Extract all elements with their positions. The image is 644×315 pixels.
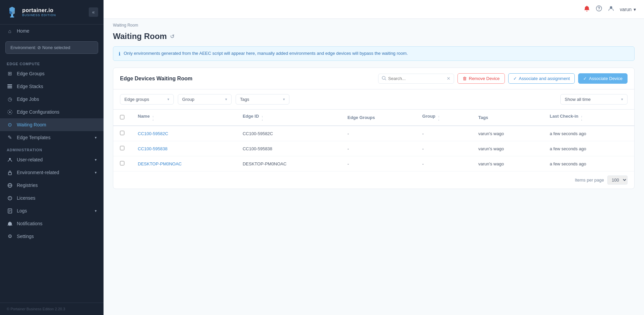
licenses-icon — [7, 195, 13, 201]
table-footer: Items per page 102550100 — [113, 171, 634, 189]
sidebar-item-edge-groups[interactable]: ⊞ Edge Groups — [0, 67, 104, 80]
cell-edge-id-0: CC100-59582C — [236, 126, 341, 141]
sidebar-item-edge-stacks[interactable]: Edge Stacks — [0, 80, 104, 93]
edge-groups-filter[interactable]: Edge groups ▾ — [120, 94, 174, 105]
svg-point-14 — [9, 199, 10, 199]
sidebar-footer: © Portainer Business Edition 2.20.3 — [0, 303, 104, 315]
svg-point-7 — [9, 158, 11, 160]
logs-label: Logs — [17, 208, 91, 213]
cell-last-checkin-2: a few seconds ago — [543, 156, 635, 171]
sidebar-item-user-related[interactable]: User-related ▾ — [0, 153, 104, 166]
sidebar-item-edge-jobs[interactable]: ◷ Edge Jobs — [0, 93, 104, 106]
username: varun — [620, 7, 632, 12]
user-related-label: User-related — [17, 157, 91, 162]
sidebar-item-environment-related[interactable]: Environment-related ▾ — [0, 166, 104, 179]
edge-templates-label: Edge Templates — [17, 135, 91, 140]
cell-group-2: - — [415, 156, 472, 171]
settings-label: Settings — [17, 234, 97, 239]
info-icon: ℹ — [119, 51, 120, 56]
cell-edge-groups-2: - — [341, 156, 415, 171]
trash-icon: 🗑 — [462, 76, 467, 81]
row-checkbox-1[interactable] — [120, 146, 124, 150]
time-filter[interactable]: Show all time ▾ — [560, 94, 628, 105]
cell-name-1[interactable]: CC100-595838 — [131, 141, 236, 156]
group-filter[interactable]: Group ▾ — [178, 94, 232, 105]
svg-point-21 — [610, 6, 612, 9]
col-edge-groups: Edge Groups — [341, 110, 415, 126]
env-selector-label: Environment: ⊘ None selected — [10, 45, 70, 50]
sidebar-item-settings[interactable]: ⚙ Settings — [0, 230, 104, 243]
row-checkbox-2[interactable] — [120, 161, 124, 165]
svg-rect-2 — [10, 16, 14, 17]
filters-row: Edge groups ▾ Group ▾ Tags ▾ Show all ti… — [113, 89, 634, 110]
sidebar-collapse-button[interactable]: « — [89, 7, 98, 17]
table-row: DESKTOP-PM0NOAC DESKTOP-PM0NOAC - - varu… — [113, 156, 634, 171]
items-per-page-selector[interactable]: 102550100 — [607, 175, 628, 185]
version-label: © Portainer Business Edition 2.20.3 — [7, 307, 65, 311]
search-clear-icon[interactable]: ✕ — [447, 76, 450, 81]
cell-name-0[interactable]: CC100-59582C — [131, 126, 236, 141]
user-menu[interactable]: varun ▾ — [620, 7, 636, 12]
edge-jobs-label: Edge Jobs — [17, 96, 97, 102]
env-selector[interactable]: Environment: ⊘ None selected — [5, 41, 98, 54]
refresh-icon[interactable]: ↺ — [170, 33, 174, 40]
check-circle-icon: ✓ — [513, 76, 517, 81]
remove-device-button[interactable]: 🗑 Remove Device — [457, 73, 505, 84]
search-box: ✕ — [378, 74, 454, 84]
toolbar-actions: ✕ 🗑 Remove Device ✓ Associate and assign… — [378, 73, 628, 84]
page-title: Waiting Room — [113, 32, 167, 41]
card-toolbar: Edge Devices Waiting Room ✕ 🗑 Remove Dev… — [113, 68, 634, 89]
sidebar-item-edge-templates[interactable]: ✎ Edge Templates ▾ — [0, 131, 104, 144]
user-icon-topbar — [608, 5, 614, 13]
cell-name-2[interactable]: DESKTOP-PM0NOAC — [131, 156, 236, 171]
edge-jobs-icon: ◷ — [7, 96, 13, 102]
help-button[interactable] — [596, 5, 602, 13]
home-icon: ⌂ — [7, 28, 13, 34]
sidebar: portainer.io BUSINESS EDITION « ⌂ Home E… — [0, 0, 104, 315]
waiting-room-label: Waiting Room — [17, 122, 97, 127]
info-text: Only environments generated from the AEE… — [124, 51, 408, 56]
svg-rect-3 — [7, 84, 12, 85]
edge-configs-label: Edge Configurations — [17, 109, 97, 115]
sidebar-item-waiting-room[interactable]: ⊙ Waiting Room — [0, 118, 104, 131]
col-tags: Tags — [472, 110, 543, 126]
cell-edge-id-2: DESKTOP-PM0NOAC — [236, 156, 341, 171]
col-edge-id: Edge ID ↑↓ — [236, 110, 341, 126]
sidebar-item-home[interactable]: ⌂ Home — [0, 25, 104, 37]
table-wrapper: Name ↑↓ Edge ID ↑↓ Edge Groups Group ↑↓ … — [113, 110, 634, 171]
logs-icon — [7, 208, 13, 214]
info-banner: ℹ Only environments generated from the A… — [113, 46, 635, 61]
logo-text: portainer.io BUSINESS EDITION — [22, 7, 56, 17]
select-all-checkbox[interactable] — [120, 115, 124, 119]
user-related-icon — [7, 157, 13, 163]
associate-assignment-button[interactable]: ✓ Associate and assignment — [508, 73, 575, 84]
sidebar-item-edge-configurations[interactable]: Edge Configurations — [0, 106, 104, 118]
cell-tags-2: varun's wago — [472, 156, 543, 171]
administration-section-label: Administration — [0, 144, 104, 153]
items-per-page-select[interactable]: 102550100 — [607, 175, 628, 185]
row-checkbox-0[interactable] — [120, 131, 124, 135]
breadcrumb: Waiting Room — [104, 19, 644, 29]
sidebar-item-notifications[interactable]: Notifications — [0, 217, 104, 230]
user-chevron-icon: ▾ — [634, 7, 636, 12]
associate-device-button[interactable]: ✓ Associate Device — [578, 73, 628, 84]
sidebar-item-registries[interactable]: Registries — [0, 179, 104, 192]
svg-point-20 — [599, 10, 599, 10]
cell-last-checkin-0: a few seconds ago — [543, 126, 635, 141]
cell-edge-groups-0: - — [341, 126, 415, 141]
associate-device-label: Associate Device — [589, 76, 622, 81]
notifications-sidebar-icon — [7, 221, 13, 227]
tags-filter[interactable]: Tags ▾ — [236, 94, 289, 105]
edge-groups-filter-chevron: ▾ — [167, 97, 169, 102]
sidebar-header: portainer.io BUSINESS EDITION « — [0, 0, 104, 25]
search-input[interactable] — [388, 76, 445, 81]
registries-label: Registries — [17, 183, 97, 188]
sidebar-item-licenses[interactable]: Licenses — [0, 192, 104, 204]
edge-stacks-icon — [7, 83, 13, 89]
col-group: Group ↑↓ — [415, 110, 472, 126]
sidebar-item-logs[interactable]: Logs ▾ — [0, 204, 104, 217]
devices-table: Name ↑↓ Edge ID ↑↓ Edge Groups Group ↑↓ … — [113, 110, 634, 171]
main-content: varun ▾ Waiting Room Waiting Room ↺ ℹ On… — [104, 0, 644, 315]
associate-assignment-label: Associate and assignment — [519, 76, 570, 81]
notifications-button[interactable] — [583, 5, 590, 13]
